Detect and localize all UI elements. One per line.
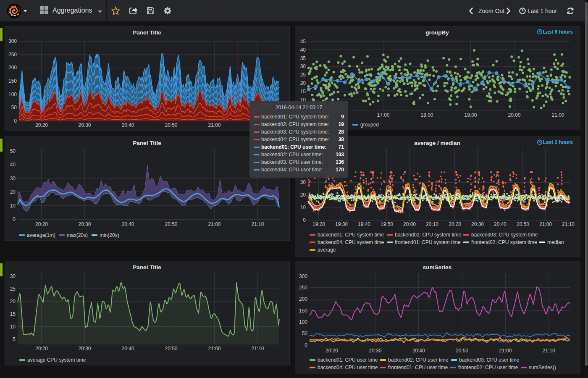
svg-text:50: 50 <box>10 148 16 154</box>
svg-text:45: 45 <box>300 39 306 45</box>
svg-text:30: 30 <box>300 63 306 69</box>
svg-text:Zoom Out: Zoom Out <box>478 8 504 14</box>
svg-text:19:30: 19:30 <box>335 221 348 227</box>
svg-text:300: 300 <box>8 38 17 44</box>
svg-text:20:20: 20:20 <box>35 122 48 128</box>
svg-text:backend02: CPU user time: backend02: CPU user time <box>388 357 449 363</box>
svg-text:30: 30 <box>300 179 306 185</box>
svg-text:21:10: 21:10 <box>251 346 264 352</box>
svg-text:19:50: 19:50 <box>381 221 393 227</box>
svg-text:sumSeries(): sumSeries() <box>529 365 556 370</box>
svg-text:Panel Title: Panel Title <box>133 140 161 146</box>
svg-text:200: 200 <box>8 65 17 71</box>
svg-text:frontend02: CPU user time: frontend02: CPU user time <box>458 365 518 370</box>
svg-text:5: 5 <box>13 336 16 342</box>
svg-text:20: 20 <box>10 299 16 304</box>
svg-text:min(20s): min(20s) <box>100 232 119 238</box>
svg-text:40: 40 <box>300 47 306 53</box>
svg-text:0: 0 <box>303 217 306 223</box>
svg-text:30: 30 <box>10 176 16 181</box>
svg-text:50: 50 <box>302 331 308 336</box>
svg-text:frontend01: CPU system time: frontend01: CPU system time <box>395 239 461 245</box>
svg-text:frontend02: CPU system time: frontend02: CPU system time <box>471 239 537 245</box>
svg-text:10: 10 <box>300 205 306 210</box>
svg-text:15: 15 <box>10 311 16 317</box>
svg-text:40: 40 <box>10 162 16 168</box>
svg-text:100: 100 <box>299 319 307 325</box>
svg-text:20:00: 20:00 <box>403 221 416 227</box>
svg-text:backend03: CPU system time: backend03: CPU system time <box>471 232 538 238</box>
svg-text:backend01: CPU user time: backend01: CPU user time <box>318 357 378 363</box>
svg-text:21:00: 21:00 <box>539 221 552 227</box>
svg-text:21:00: 21:00 <box>208 346 220 352</box>
svg-text:20:30: 20:30 <box>78 122 91 128</box>
svg-text:21:00: 21:00 <box>208 122 220 128</box>
svg-text:backend03: CPU user time: backend03: CPU user time <box>459 357 520 363</box>
svg-text:frontend01: CPU user time: frontend01: CPU user time <box>388 365 448 370</box>
svg-text:21:00: 21:00 <box>551 112 564 118</box>
svg-text:20:20: 20:20 <box>35 221 48 227</box>
svg-text:21:10: 21:10 <box>251 221 264 227</box>
svg-text:average / median: average / median <box>414 140 460 146</box>
svg-text:backend02: CPU system time: backend02: CPU system time <box>395 232 461 238</box>
svg-text:20:40: 20:40 <box>121 346 134 352</box>
svg-text:0: 0 <box>13 216 16 222</box>
svg-text:20:50: 20:50 <box>456 348 468 354</box>
svg-text:250: 250 <box>299 285 307 291</box>
svg-text:50: 50 <box>11 105 17 110</box>
svg-text:20:40: 20:40 <box>494 221 507 227</box>
svg-text:250: 250 <box>8 52 17 58</box>
svg-text:10: 10 <box>10 203 16 209</box>
svg-text:21:10: 21:10 <box>543 348 555 354</box>
svg-text:30: 30 <box>10 273 16 279</box>
svg-text:21:00: 21:00 <box>208 221 220 227</box>
svg-text:19:20: 19:20 <box>312 221 325 227</box>
svg-text:average(1m): average(1m) <box>27 232 55 238</box>
svg-text:20:40: 20:40 <box>412 348 425 354</box>
svg-text:20:40: 20:40 <box>121 221 134 227</box>
svg-text:Last 2 hours: Last 2 hours <box>543 139 573 145</box>
svg-text:100: 100 <box>8 92 17 97</box>
svg-text:20: 20 <box>300 80 306 86</box>
svg-text:Last 6 hours: Last 6 hours <box>543 29 573 35</box>
svg-text:21:10: 21:10 <box>562 221 575 227</box>
svg-text:20:20: 20:20 <box>35 346 48 352</box>
svg-text:20: 20 <box>300 192 306 198</box>
svg-text:20:20: 20:20 <box>449 221 461 227</box>
svg-text:35: 35 <box>300 55 306 61</box>
svg-text:21:00: 21:00 <box>499 348 512 354</box>
svg-text:Panel Title: Panel Title <box>133 29 161 36</box>
svg-text:17:00: 17:00 <box>377 112 389 118</box>
svg-text:10: 10 <box>10 324 16 330</box>
svg-text:20:30: 20:30 <box>369 348 381 354</box>
svg-text:300: 300 <box>299 273 307 279</box>
svg-text:20:30: 20:30 <box>471 221 484 227</box>
svg-text:19:00: 19:00 <box>464 112 477 118</box>
svg-text:150: 150 <box>299 308 307 314</box>
svg-text:20:50: 20:50 <box>165 122 177 128</box>
svg-text:20:50: 20:50 <box>165 346 177 352</box>
svg-text:20:40: 20:40 <box>121 122 134 128</box>
svg-text:18:00: 18:00 <box>420 112 433 118</box>
svg-text:20:00: 20:00 <box>508 112 520 118</box>
svg-text:max(20s): max(20s) <box>67 232 88 238</box>
svg-text:20:10: 20:10 <box>426 221 438 227</box>
svg-text:20:50: 20:50 <box>517 221 529 227</box>
svg-text:15: 15 <box>300 89 306 94</box>
svg-text:sumSeries: sumSeries <box>423 264 452 270</box>
svg-text:20: 20 <box>10 189 16 195</box>
svg-text:20:30: 20:30 <box>78 346 91 352</box>
svg-text:20:20: 20:20 <box>326 348 338 354</box>
svg-text:25: 25 <box>10 286 16 292</box>
svg-text:groupBy: groupBy <box>425 29 449 36</box>
svg-text:average CPU system time: average CPU system time <box>27 357 86 363</box>
svg-text:25: 25 <box>300 72 306 78</box>
svg-text:grouped: grouped <box>360 122 379 128</box>
svg-text:150: 150 <box>8 78 17 84</box>
svg-text:Last 1 hour: Last 1 hour <box>528 8 557 14</box>
svg-text:average: average <box>318 247 336 253</box>
svg-text:0: 0 <box>14 118 17 124</box>
svg-text:Panel Title: Panel Title <box>133 264 161 270</box>
svg-text:median: median <box>547 239 564 245</box>
svg-text:200: 200 <box>299 296 307 302</box>
